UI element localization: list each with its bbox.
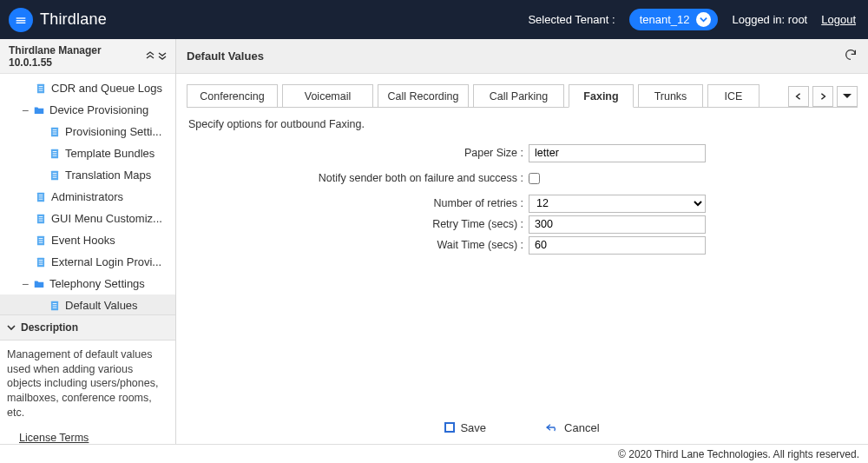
tab-call-recording[interactable]: Call Recording (378, 84, 469, 108)
tabs-next-button[interactable] (812, 86, 833, 107)
tree-item-gui-menu[interactable]: GUI Menu Customiz... (0, 208, 175, 229)
sidebar-header: Thirdlane Manager 10.0.1.55 (0, 39, 175, 74)
svg-rect-21 (39, 216, 43, 217)
expand-down-icon[interactable] (158, 50, 167, 63)
svg-rect-3 (39, 89, 43, 90)
wait-time-input[interactable] (529, 236, 706, 255)
topbar: Thirdlane Selected Tenant : tenant_12 Lo… (0, 0, 868, 39)
svg-rect-1 (39, 86, 43, 87)
tenant-name: tenant_12 (640, 13, 690, 26)
tree-item-device-provisioning[interactable]: −Device Provisioning (0, 99, 175, 121)
footer: © 2020 Third Lane Technologies. All righ… (0, 444, 868, 463)
undo-icon (545, 422, 559, 433)
tab-bar: Conferencing Voicemail Call Recording Ca… (176, 74, 868, 108)
brand-logo-icon (9, 8, 33, 32)
svg-rect-18 (39, 196, 43, 197)
chevron-down-icon (7, 323, 16, 332)
page-title: Default Values (187, 50, 264, 63)
svg-rect-29 (39, 260, 43, 261)
description-text: Management of default values used when a… (0, 341, 175, 429)
svg-rect-26 (39, 240, 43, 241)
sidebar-resize-handle[interactable] (176, 39, 181, 444)
svg-rect-31 (39, 263, 43, 264)
svg-rect-23 (39, 220, 43, 221)
content-pane: Default Values Conferencing Voicemail Ca… (176, 39, 868, 444)
description-title: Description (21, 321, 78, 334)
logged-in-user: root (788, 13, 807, 26)
copyright: © 2020 Third Lane Technologies. All righ… (618, 448, 859, 460)
tree-item-default-values[interactable]: Default Values (0, 294, 175, 314)
svg-rect-19 (39, 198, 43, 199)
wait-time-label: Wait Time (secs) : (176, 239, 529, 251)
svg-rect-30 (39, 261, 43, 262)
description-header[interactable]: Description (0, 314, 175, 341)
brand-name: Thirdlane (40, 10, 107, 29)
refresh-icon[interactable] (844, 48, 858, 64)
cancel-button[interactable]: Cancel (545, 421, 599, 434)
logged-in-wrap: Logged in: root (732, 13, 807, 26)
tree-item-template-bundles[interactable]: Template Bundles (0, 142, 175, 164)
notify-checkbox[interactable] (529, 173, 540, 184)
product-version: Thirdlane Manager 10.0.1.55 (9, 44, 146, 69)
tree-item-provisioning-settings[interactable]: Provisioning Setti... (0, 121, 175, 142)
svg-rect-22 (39, 218, 43, 219)
nav-tree: CDR and Queue Logs −Device Provisioning … (0, 74, 175, 314)
faxing-form: Paper Size : Notify sender both on failu… (176, 136, 868, 255)
svg-rect-6 (53, 131, 57, 132)
svg-rect-2 (39, 88, 43, 89)
logged-in-label: Logged in: (732, 13, 785, 26)
brand-wrap: Thirdlane (9, 8, 107, 32)
notify-label: Notify sender both on failure and succes… (176, 172, 529, 185)
save-icon (444, 422, 455, 433)
tree-item-external-login[interactable]: External Login Provi... (0, 251, 175, 273)
minus-icon: − (19, 103, 31, 117)
paper-size-input[interactable] (529, 144, 706, 162)
svg-rect-27 (39, 241, 43, 242)
svg-rect-13 (53, 173, 57, 174)
minus-icon: − (19, 277, 31, 291)
tab-description: Specify options for outbound Faxing. (176, 108, 868, 136)
tab-underline (187, 107, 858, 108)
tree-item-translation-maps[interactable]: Translation Maps (0, 164, 175, 186)
svg-rect-14 (53, 175, 57, 175)
save-button[interactable]: Save (444, 421, 486, 434)
tree-item-administrators[interactable]: Administrators (0, 186, 175, 208)
paper-size-label: Paper Size : (176, 147, 529, 159)
svg-rect-7 (53, 133, 57, 134)
collapse-up-icon[interactable] (146, 50, 155, 63)
retries-select[interactable]: 12 (529, 195, 706, 213)
tab-trunks[interactable]: Trunks (638, 84, 703, 108)
retry-time-input[interactable] (529, 215, 706, 234)
tabs-overflow-button[interactable] (837, 86, 858, 107)
tabs-prev-button[interactable] (788, 86, 809, 107)
svg-rect-25 (39, 238, 43, 239)
tenant-label: Selected Tenant : (528, 13, 615, 26)
svg-rect-35 (53, 307, 57, 308)
svg-rect-9 (53, 151, 57, 152)
tree-item-telephony-settings[interactable]: −Telephony Settings (0, 273, 175, 294)
retries-label: Number of retries : (176, 197, 529, 209)
tab-faxing[interactable]: Faxing (569, 84, 634, 108)
tree-item-cdr[interactable]: CDR and Queue Logs (0, 77, 175, 99)
svg-rect-11 (53, 155, 57, 155)
tree-item-event-hooks[interactable]: Event Hooks (0, 229, 175, 251)
svg-rect-33 (53, 303, 57, 304)
retry-time-label: Retry Time (secs) : (176, 218, 529, 230)
chevron-down-icon (696, 12, 711, 27)
svg-rect-5 (53, 129, 57, 130)
content-header: Default Values (176, 39, 868, 74)
tenant-dropdown[interactable]: tenant_12 (629, 9, 719, 30)
tab-voicemail[interactable]: Voicemail (282, 84, 373, 108)
license-link[interactable]: License Terms (0, 429, 175, 444)
logout-link[interactable]: Logout (821, 13, 856, 26)
svg-rect-34 (53, 305, 57, 306)
svg-rect-17 (39, 195, 43, 195)
sidebar: Thirdlane Manager 10.0.1.55 CDR and Queu… (0, 39, 176, 444)
tab-call-parking[interactable]: Call Parking (473, 84, 564, 108)
tab-ice[interactable]: ICE (707, 84, 760, 108)
action-bar: Save Cancel (176, 414, 868, 444)
svg-rect-10 (53, 153, 57, 154)
tab-conferencing[interactable]: Conferencing (187, 84, 278, 108)
svg-rect-15 (53, 176, 57, 177)
